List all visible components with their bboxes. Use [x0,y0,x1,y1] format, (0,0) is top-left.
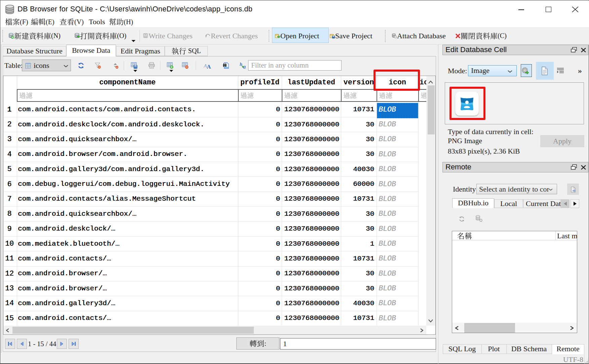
svg-text:a: a [243,64,246,69]
svg-text:A: A [207,64,211,69]
